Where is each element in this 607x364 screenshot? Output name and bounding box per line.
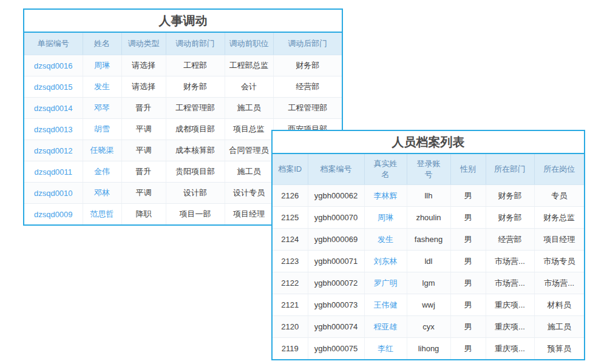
real-name-link[interactable]: 周琳 <box>378 213 393 222</box>
name-link[interactable]: 金伟 <box>94 167 110 176</box>
real-name-link[interactable]: 程亚雄 <box>374 322 398 331</box>
account-cell: lgm <box>407 272 450 294</box>
name-link[interactable]: 邓琴 <box>94 103 110 112</box>
doc-no-cell: dzsqd0016 <box>24 55 83 76</box>
real-name-link[interactable]: 发生 <box>378 235 393 244</box>
name-link[interactable]: 发生 <box>94 82 110 91</box>
archive-code-cell: ygbh000075 <box>308 338 364 360</box>
pos-before-cell: 施工员 <box>225 98 273 119</box>
gender-cell: 男 <box>450 185 486 207</box>
doc-no-cell: dzsqd0015 <box>24 76 83 98</box>
name-cell: 发生 <box>83 76 121 98</box>
archive-id-cell: 2126 <box>273 185 308 207</box>
name-link[interactable]: 周琳 <box>94 61 110 70</box>
real-name-cell: 发生 <box>364 229 407 251</box>
doc-no-link[interactable]: dzsqd0011 <box>34 167 72 177</box>
doc-no-link[interactable]: dzsqd0010 <box>34 189 73 198</box>
name-link[interactable]: 任晓渠 <box>90 146 114 155</box>
pos-before-cell: 设计专员 <box>225 183 273 204</box>
type-cell: 请选择 <box>121 55 166 76</box>
archive-code-cell: ygbh000071 <box>308 251 364 272</box>
dept-after-cell: 经营部 <box>273 76 342 98</box>
type-cell: 请选择 <box>121 76 166 98</box>
doc-no-link[interactable]: dzsqd0012 <box>34 146 73 155</box>
real-name-link[interactable]: 刘东林 <box>374 257 398 266</box>
archive-id-cell: 2124 <box>273 229 308 251</box>
type-cell: 平调 <box>121 140 166 161</box>
archive-table-panel: 人员档案列表 档案ID 档案编号 真实姓 名 登录账 号 性别 所在部门 所在岗… <box>271 130 585 360</box>
real-name-cell: 刘东林 <box>364 251 407 272</box>
name-cell: 任晓渠 <box>83 140 121 161</box>
real-name-link[interactable]: 李林辉 <box>374 191 398 200</box>
archive-code-cell: ygbh000069 <box>308 229 364 251</box>
dept-before-cell: 项目一部 <box>166 204 225 225</box>
dept-cell: 财务部 <box>486 207 534 229</box>
doc-no-link[interactable]: dzsqd0009 <box>34 210 73 219</box>
transfer-header-row: 单据编号 姓名 调动类型 调动前部门 调动前职位 调动后部门 <box>24 33 342 55</box>
dept-after-cell: 财务部 <box>273 55 342 76</box>
table-row: 2122 ygbh000072 罗广明 lgm 男 市场营... 市场营... <box>273 272 584 294</box>
name-cell: 邓林 <box>83 183 121 204</box>
dept-before-cell: 贵阳项目部 <box>166 161 225 183</box>
pos-before-cell: 合同管理员 <box>225 140 273 161</box>
column-header-post: 所在岗位 <box>534 154 584 185</box>
gender-cell: 男 <box>450 316 486 338</box>
name-link[interactable]: 范思哲 <box>90 209 114 218</box>
table-row: dzsqd0016 周琳 请选择 工程部 工程部总监 财务部 <box>24 55 342 76</box>
type-cell: 晋升 <box>121 98 166 119</box>
archive-code-cell: ygbh000074 <box>308 316 364 338</box>
dept-cell: 市场营... <box>486 272 534 294</box>
dept-cell: 经营部 <box>486 229 534 251</box>
table-row: 2120 ygbh000074 程亚雄 cyx 男 重庆项... 施工员 <box>273 316 584 338</box>
doc-no-link[interactable]: dzsqd0013 <box>34 125 73 134</box>
doc-no-link[interactable]: dzsqd0014 <box>34 104 73 113</box>
account-cell: wwj <box>407 294 450 316</box>
dept-before-cell: 成本核算部 <box>166 140 225 161</box>
real-name-cell: 程亚雄 <box>364 316 407 338</box>
real-name-link[interactable]: 罗广明 <box>374 278 398 288</box>
pos-before-cell: 项目总监 <box>225 119 273 140</box>
column-header-doc-no: 单据编号 <box>24 33 83 55</box>
doc-no-link[interactable]: dzsqd0016 <box>34 61 73 70</box>
dept-before-cell: 财务部 <box>166 76 225 98</box>
real-name-link[interactable]: 王伟健 <box>374 300 398 309</box>
archive-id-cell: 2121 <box>273 294 308 316</box>
account-cell: zhoulin <box>407 207 450 229</box>
pos-before-cell: 项目经理 <box>225 204 273 225</box>
account-cell: llh <box>407 185 450 207</box>
table-row: dzsqd0015 发生 请选择 财务部 会计 经营部 <box>24 76 342 98</box>
gender-cell: 男 <box>450 207 486 229</box>
doc-no-cell: dzsqd0010 <box>24 183 83 204</box>
real-name-cell: 罗广明 <box>364 272 407 294</box>
post-cell: 项目经理 <box>534 229 584 251</box>
archive-id-cell: 2125 <box>273 207 308 229</box>
gender-cell: 男 <box>450 251 486 272</box>
column-header-real-name: 真实姓 名 <box>364 154 407 185</box>
name-cell: 周琳 <box>83 55 121 76</box>
archive-table: 档案ID 档案编号 真实姓 名 登录账 号 性别 所在部门 所在岗位 2126 … <box>273 154 584 360</box>
type-cell: 平调 <box>121 183 166 204</box>
dept-before-cell: 设计部 <box>166 183 225 204</box>
account-cell: ldl <box>407 251 450 272</box>
real-name-link[interactable]: 李红 <box>378 344 393 353</box>
name-cell: 胡雪 <box>83 119 121 140</box>
real-name-cell: 李林辉 <box>364 185 407 207</box>
name-cell: 邓琴 <box>83 98 121 119</box>
doc-no-cell: dzsqd0011 <box>24 161 83 183</box>
doc-no-link[interactable]: dzsqd0015 <box>34 83 73 92</box>
archive-code-cell: ygbh000062 <box>308 185 364 207</box>
archive-id-cell: 2120 <box>273 316 308 338</box>
column-header-account: 登录账 号 <box>407 154 450 185</box>
post-cell: 市场专员 <box>534 251 584 272</box>
dept-cell: 重庆项... <box>486 294 534 316</box>
post-cell: 财务总监 <box>534 207 584 229</box>
dept-cell: 重庆项... <box>486 316 534 338</box>
column-header-archive-id: 档案ID <box>273 154 308 185</box>
type-cell: 平调 <box>121 119 166 140</box>
archive-code-cell: ygbh000073 <box>308 294 364 316</box>
name-link[interactable]: 邓林 <box>94 188 110 197</box>
name-cell: 范思哲 <box>83 204 121 225</box>
table-row: 2126 ygbh000062 李林辉 llh 男 财务部 专员 <box>273 185 584 207</box>
dept-cell: 重庆项... <box>486 338 534 360</box>
name-link[interactable]: 胡雪 <box>94 124 110 133</box>
